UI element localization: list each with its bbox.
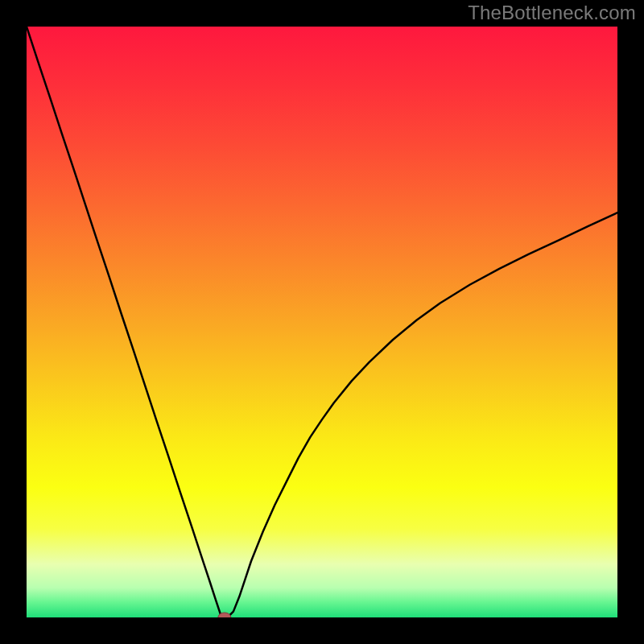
plot-svg — [27, 27, 617, 617]
gradient-background — [27, 27, 617, 617]
watermark-text: TheBottleneck.com — [468, 2, 636, 24]
chart-frame: TheBottleneck.com — [0, 0, 644, 644]
plot-area — [27, 27, 617, 617]
